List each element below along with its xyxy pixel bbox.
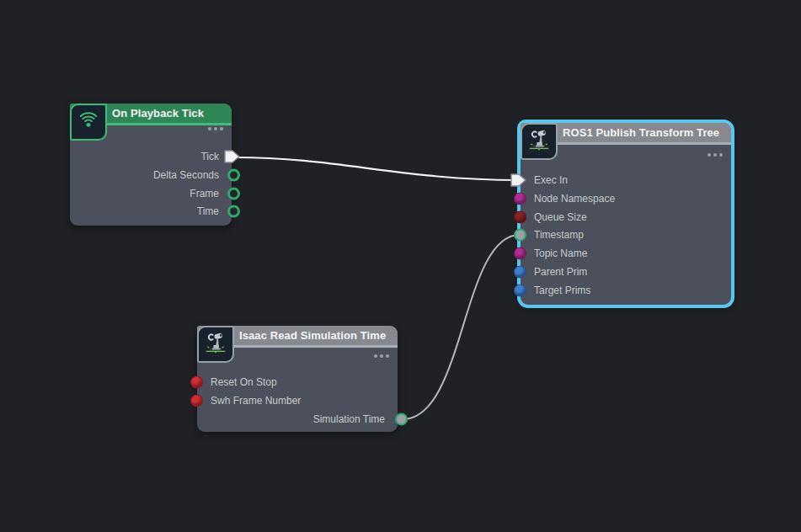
port-row: Topic Name [521,247,731,260]
port-row: Reset On Stop [197,375,398,389]
port-row: Swh Frame Number [197,394,398,407]
node-options-button[interactable] [708,153,723,157]
node-on-playback-tick[interactable]: On Playback Tick Tick [70,104,232,226]
port-delta-seconds[interactable] [227,169,240,182]
port-label: Timestamp [521,229,584,241]
port-label: Swh Frame Number [197,395,301,407]
port-node-namespace[interactable] [514,193,526,205]
graph-canvas[interactable]: On Playback Tick Tick [0,0,801,532]
port-reset-on-stop[interactable] [190,376,203,389]
port-row: Timestamp [521,228,731,242]
port-row: Queue Size [521,210,731,224]
port-swh-frame-number[interactable] [190,395,203,407]
port-label: Node Namespace [521,193,615,205]
port-row: Target Prims [521,284,731,297]
robot-arm-icon [526,127,552,156]
node-options-button[interactable] [208,127,223,130]
port-label: Target Prims [521,285,590,296]
port-label: Parent Prim [521,266,587,278]
ellipsis-icon [708,153,723,157]
node-type-icon-box [521,123,558,160]
port-label: Frame [190,188,232,200]
port-row: Delta Seconds [70,168,232,182]
port-label: Simulation Time [313,413,398,425]
port-label: Exec In [521,174,568,186]
port-row: Frame [70,187,232,200]
port-row: Simulation Time [197,412,398,426]
wire-simulation-time-to-timestamp[interactable] [403,235,520,419]
port-row: Tick [70,150,232,163]
ellipsis-icon [208,127,223,130]
port-simulation-time[interactable] [395,413,408,426]
port-row: Time [70,205,232,218]
port-queue-size[interactable] [514,211,526,224]
port-row: Node Namespace [521,192,731,205]
port-label: Time [197,205,232,217]
port-time[interactable] [227,205,240,218]
port-row: Parent Prim [521,265,731,279]
port-topic-name[interactable] [514,247,526,260]
port-target-prims[interactable] [514,285,526,297]
port-exec-in[interactable] [510,173,527,187]
ellipsis-icon [374,354,389,358]
node-options-button[interactable] [374,354,389,358]
robot-arm-icon [203,330,228,359]
port-label: Topic Name [521,247,587,259]
port-label: Delta Seconds [153,169,232,181]
port-row: Exec In [521,173,731,187]
port-parent-prim[interactable] [514,266,526,279]
port-label: Reset On Stop [197,376,277,388]
port-tick[interactable] [224,150,241,163]
node-type-icon-box [197,326,234,363]
playback-signal-icon [77,109,100,136]
port-frame[interactable] [227,188,240,200]
node-isaac-read-simulation-time[interactable]: Isaac Read Simulation Time [197,326,398,432]
port-label: Queue Size [521,211,587,223]
port-timestamp[interactable] [514,229,526,242]
node-ros1-publish-transform-tree[interactable]: ROS1 Publish Transform Tree [521,123,731,305]
wire-tick-to-exec-in[interactable] [236,157,518,180]
node-type-icon-box [70,104,107,141]
